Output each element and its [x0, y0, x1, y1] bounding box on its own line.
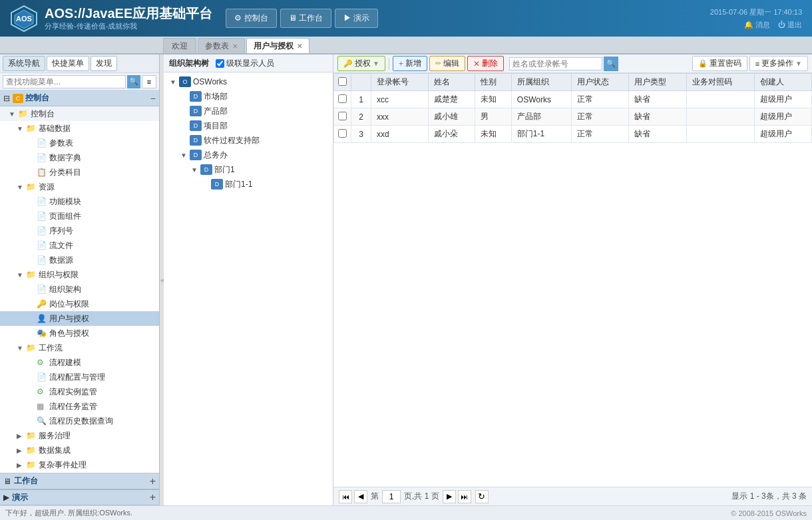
- tree-label: 数据字典: [49, 152, 81, 164]
- org-tree-node-market[interactable]: D 市场部: [164, 89, 333, 104]
- tree-node-basic-data[interactable]: ▼ 📁 基础数据: [0, 121, 159, 136]
- page-input[interactable]: [382, 490, 401, 503]
- select-all-checkbox[interactable]: [338, 77, 347, 86]
- tree-node-params[interactable]: 📄 参数表: [0, 136, 159, 150]
- tree-label: 组织架构: [49, 284, 81, 295]
- tree-node-data-integration[interactable]: ▶ 📁 数据集成: [0, 443, 159, 457]
- more-ops-btn[interactable]: ≡ 更多操作 ▼: [749, 56, 808, 71]
- tree-node-flow-config[interactable]: 📄 流程配置与管理: [0, 370, 159, 384]
- page-next-btn[interactable]: ▶: [443, 490, 456, 503]
- sys-nav-btn[interactable]: 系统导航: [3, 56, 45, 71]
- tab-welcome[interactable]: 欢迎: [163, 38, 196, 53]
- tree-node-seq[interactable]: 📄 序列号: [0, 223, 159, 238]
- tree-node-workflow[interactable]: ▼ 📁 工作流: [0, 340, 159, 355]
- sidebar-section-control-toggle: ⊟: [3, 94, 10, 103]
- user-search-input[interactable]: [509, 57, 602, 70]
- page-refresh-btn[interactable]: ↻: [475, 490, 489, 503]
- tree-node-user-auth[interactable]: 👤 用户与授权: [0, 311, 159, 326]
- control-panel-btn[interactable]: ⚙ 控制台: [226, 9, 276, 28]
- org-node-label: 产品部: [204, 106, 228, 117]
- org-tree-node-dept1[interactable]: ▼ D 部门1: [164, 162, 333, 177]
- row-checkbox[interactable]: [334, 108, 351, 126]
- demo-section-header[interactable]: ▶ 演示 +: [0, 489, 159, 505]
- edit-btn[interactable]: ✏ 编辑: [429, 56, 465, 71]
- tree-node-page-comp[interactable]: 📄 页面组件: [0, 209, 159, 223]
- tab-params-close[interactable]: ✕: [232, 43, 238, 50]
- tree-node-post-rights[interactable]: 🔑 岗位与权限: [0, 297, 159, 311]
- tree-node-resources[interactable]: ▼ 📁 资源: [0, 180, 159, 194]
- tree-node-control-root[interactable]: ▼ 📁 控制台: [0, 106, 159, 121]
- right-panel: 组织架构树 级联显示人员 ▼ O OSWorks: [164, 55, 812, 505]
- auth-btn[interactable]: 🔑 授权 ▼: [337, 56, 385, 71]
- row-status: 正常: [572, 126, 629, 143]
- row-checkbox[interactable]: [334, 126, 351, 143]
- tree-node-role-rights[interactable]: 🎭 角色与授权: [0, 326, 159, 340]
- workbench-add-btn[interactable]: +: [150, 476, 156, 487]
- demo-add-btn[interactable]: +: [150, 492, 156, 503]
- sidebar-search-input[interactable]: [3, 75, 126, 88]
- doc-icon: 📄: [37, 372, 47, 382]
- reset-pwd-btn[interactable]: 🔒 重置密码: [692, 56, 747, 71]
- page-first-btn[interactable]: ⏮: [339, 490, 352, 503]
- discover-btn[interactable]: 发现: [91, 56, 117, 71]
- sidebar-section-control-header[interactable]: ⊟ C 控制台 −: [0, 90, 159, 106]
- new-btn[interactable]: + 新增: [393, 56, 427, 71]
- expand-icon: ▼: [17, 344, 26, 352]
- message-btn[interactable]: 🔔 消息: [744, 20, 770, 30]
- org-tree-node-dept1-1[interactable]: D 部门1-1: [164, 177, 333, 192]
- col-num-header: [351, 74, 371, 91]
- row-creator: 超级用户: [754, 91, 811, 108]
- row-status: 正常: [572, 91, 629, 108]
- page-prev-btn[interactable]: ◀: [354, 490, 367, 503]
- show-linked-label[interactable]: 级联显示人员: [216, 58, 274, 69]
- row-type: 缺省: [629, 108, 686, 126]
- tree-label: 数据源: [49, 255, 73, 266]
- demo-btn[interactable]: ▶ 演示: [335, 9, 378, 28]
- table-row[interactable]: 2 xxx 戚小雄 男 产品部 正常 缺省 超级用户: [334, 108, 812, 126]
- tab-user-auth-close[interactable]: ✕: [297, 43, 302, 50]
- tab-user-auth[interactable]: 用户与授权 ✕: [246, 38, 309, 53]
- user-search-btn[interactable]: 🔍: [604, 57, 618, 71]
- col-org-header: 所属组织: [511, 74, 571, 91]
- org-tree-node-software[interactable]: D 软件过程支持部: [164, 133, 333, 148]
- org-tree-node-product[interactable]: D 产品部: [164, 104, 333, 118]
- table-row[interactable]: 1 xcc 戚楚楚 未知 OSWorks 正常 缺省 超级用户: [334, 91, 812, 108]
- table-row[interactable]: 3 xxd 戚小朵 未知 部门1-1 正常 缺省 超级用户: [334, 126, 812, 143]
- col-checkbox: [334, 74, 351, 91]
- tree-node-flow-monitor[interactable]: ⚙ 流程实例监管: [0, 384, 159, 399]
- tree-node-flow-history[interactable]: 🔍 流程历史数据查询: [0, 414, 159, 428]
- row-checkbox[interactable]: [334, 91, 351, 108]
- tree-node-service[interactable]: ▶ 📁 服务治理: [0, 428, 159, 443]
- sidebar-menu-btn[interactable]: ≡: [142, 75, 156, 88]
- doc-icon: 📄: [37, 241, 47, 250]
- sidebar-section-control-collapse[interactable]: −: [150, 93, 156, 104]
- tree-node-flow-task[interactable]: ▦ 流程任务监管: [0, 399, 159, 414]
- logout-btn[interactable]: ⏻ 退出: [778, 20, 802, 30]
- org-tree-node-project[interactable]: D 项目部: [164, 118, 333, 133]
- tree-label: 参数表: [49, 138, 73, 149]
- dept-icon: D: [190, 150, 202, 160]
- quick-menu-btn[interactable]: 快捷菜单: [47, 56, 89, 71]
- row-type: 缺省: [629, 91, 686, 108]
- tab-params[interactable]: 参数表 ✕: [198, 38, 245, 53]
- tree-node-flow-build[interactable]: ⚙ 流程建模: [0, 355, 159, 370]
- tree-node-func-module[interactable]: 📄 功能模块: [0, 194, 159, 209]
- sidebar-search-btn[interactable]: 🔍: [127, 75, 140, 88]
- org-tree-node-osworks[interactable]: ▼ O OSWorks: [164, 74, 333, 89]
- tree-node-datasource[interactable]: 📄 数据源: [0, 253, 159, 267]
- page-last-btn[interactable]: ⏭: [458, 490, 471, 503]
- tree-node-category[interactable]: 📋 分类科目: [0, 165, 159, 180]
- expand-icon: ▼: [191, 166, 200, 174]
- org-tree-node-admin[interactable]: ▼ D 总务办: [164, 148, 333, 162]
- tree-node-dict[interactable]: 📄 数据字典: [0, 150, 159, 165]
- tree-node-org-rights[interactable]: ▼ 📁 组织与权限: [0, 267, 159, 282]
- show-linked-checkbox[interactable]: [216, 59, 224, 68]
- row-org: 产品部: [511, 108, 571, 126]
- tree-label: 服务治理: [39, 430, 71, 442]
- workbench-section-header[interactable]: 🖥 工作台 +: [0, 473, 159, 489]
- tree-node-complex-event[interactable]: ▶ 📁 复杂事件处理: [0, 457, 159, 472]
- tree-node-flow-file[interactable]: 📄 流文件: [0, 238, 159, 253]
- delete-btn[interactable]: ✕ 删除: [467, 56, 504, 71]
- tree-node-org-struct[interactable]: 📄 组织架构: [0, 282, 159, 297]
- workbench-btn[interactable]: 🖥 工作台: [280, 9, 331, 28]
